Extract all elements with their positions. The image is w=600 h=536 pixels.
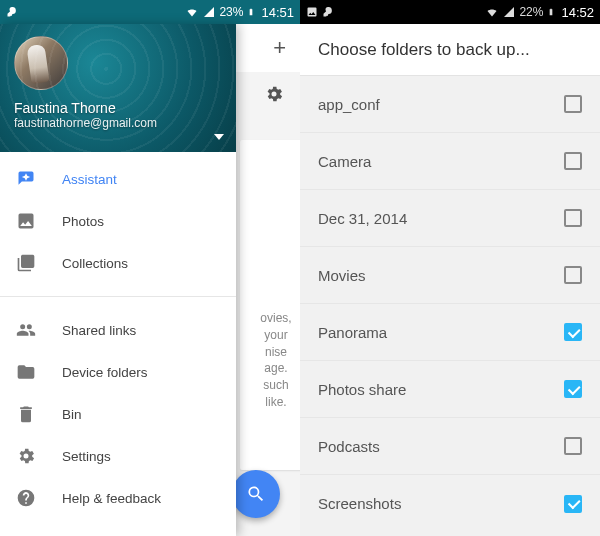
folder-name: Podcasts	[318, 438, 380, 455]
drawer-item-shared-links[interactable]: Shared links	[0, 309, 236, 351]
divider	[0, 296, 236, 297]
add-icon[interactable]: +	[273, 35, 286, 61]
folder-icon	[16, 362, 36, 382]
phone-right: 22% 14:52 Choose folders to back up... a…	[300, 0, 600, 536]
account-email: faustinathorne@gmail.com	[14, 116, 222, 130]
search-icon	[246, 484, 266, 504]
drawer-item-label: Collections	[62, 256, 128, 271]
photos-icon	[16, 211, 36, 231]
folder-row[interactable]: Panorama	[300, 304, 600, 361]
gear-icon[interactable]	[264, 84, 284, 108]
folder-name: Camera	[318, 153, 371, 170]
drawer-item-settings[interactable]: Settings	[0, 435, 236, 477]
folder-row[interactable]: Podcasts	[300, 418, 600, 475]
drawer-section-secondary: Shared links Device folders Bin Settings…	[0, 303, 236, 525]
signal-icon	[503, 6, 515, 18]
gear-icon	[16, 446, 36, 466]
key-icon	[322, 6, 334, 18]
drawer-item-label: Settings	[62, 449, 111, 464]
dialog-title: Choose folders to back up...	[300, 24, 600, 76]
battery-icon	[247, 5, 255, 19]
nav-drawer: Faustina Thorne faustinathorne@gmail.com…	[0, 24, 236, 536]
wifi-icon	[485, 6, 499, 18]
help-icon	[16, 488, 36, 508]
drawer-header[interactable]: Faustina Thorne faustinathorne@gmail.com	[0, 24, 236, 152]
drawer-item-photos[interactable]: Photos	[0, 200, 236, 242]
battery-pct: 22%	[519, 5, 543, 19]
folder-row[interactable]: Screenshots	[300, 475, 600, 532]
drawer-item-collections[interactable]: Collections	[0, 242, 236, 284]
folder-name: app_conf	[318, 96, 380, 113]
folder-name: Dec 31, 2014	[318, 210, 407, 227]
drawer-item-assistant[interactable]: Assistant	[0, 158, 236, 200]
chevron-down-icon[interactable]	[214, 134, 224, 140]
folder-name: Screenshots	[318, 495, 401, 512]
drawer-item-device-folders[interactable]: Device folders	[0, 351, 236, 393]
checkbox[interactable]	[564, 266, 582, 284]
folder-row[interactable]: Movies	[300, 247, 600, 304]
drawer-item-label: Help & feedback	[62, 491, 161, 506]
drawer-section-primary: Assistant Photos Collections	[0, 152, 236, 290]
folder-name: Movies	[318, 267, 366, 284]
folder-row[interactable]: Camera	[300, 133, 600, 190]
collections-icon	[16, 253, 36, 273]
folder-row[interactable]: app_conf	[300, 76, 600, 133]
drawer-item-label: Device folders	[62, 365, 148, 380]
signal-icon	[203, 6, 215, 18]
checkbox[interactable]	[564, 495, 582, 513]
assistant-icon	[16, 169, 36, 189]
drawer-item-label: Bin	[62, 407, 82, 422]
checkbox[interactable]	[564, 380, 582, 398]
account-name: Faustina Thorne	[14, 100, 222, 116]
wifi-icon	[185, 6, 199, 18]
checkbox[interactable]	[564, 95, 582, 113]
key-icon	[6, 6, 18, 18]
clock: 14:51	[261, 5, 294, 20]
fab-search[interactable]	[232, 470, 280, 518]
checkbox[interactable]	[564, 437, 582, 455]
folder-row[interactable]: Photos share	[300, 361, 600, 418]
statusbar: 22% 14:52	[300, 0, 600, 24]
phone-left: 23% 14:51 + ovies, your nise age. such l…	[0, 0, 300, 536]
people-icon	[16, 320, 36, 340]
content-card	[240, 140, 300, 470]
image-icon	[306, 6, 318, 18]
right-body: Choose folders to back up... app_confCam…	[300, 24, 600, 536]
clock: 14:52	[561, 5, 594, 20]
checkbox[interactable]	[564, 209, 582, 227]
battery-pct: 23%	[219, 5, 243, 19]
drawer-item-label: Assistant	[62, 172, 117, 187]
folder-row[interactable]: Dec 31, 2014	[300, 190, 600, 247]
avatar[interactable]	[14, 36, 68, 90]
checkbox[interactable]	[564, 323, 582, 341]
drawer-item-label: Shared links	[62, 323, 136, 338]
battery-icon	[547, 5, 555, 19]
drawer-item-bin[interactable]: Bin	[0, 393, 236, 435]
content-hint-text: ovies, your nise age. such like.	[252, 310, 300, 411]
folder-name: Photos share	[318, 381, 406, 398]
statusbar: 23% 14:51	[0, 0, 300, 24]
folder-list: app_confCameraDec 31, 2014MoviesPanorama…	[300, 76, 600, 532]
trash-icon	[16, 404, 36, 424]
folder-name: Panorama	[318, 324, 387, 341]
drawer-item-label: Photos	[62, 214, 104, 229]
drawer-item-help[interactable]: Help & feedback	[0, 477, 236, 519]
checkbox[interactable]	[564, 152, 582, 170]
